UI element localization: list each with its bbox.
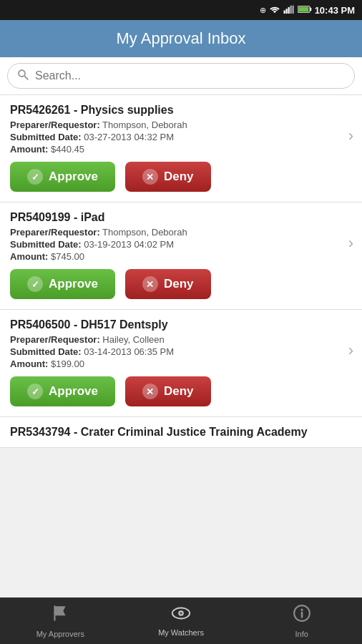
approve-icon-1 — [27, 276, 43, 292]
status-icons: ⊕ 10:43 PM — [260, 5, 355, 16]
svg-rect-1 — [285, 9, 287, 14]
approval-item-1: PR5409199 - iPad Preparer/Requestor: Tho… — [0, 203, 362, 310]
info-icon — [293, 604, 311, 627]
search-input[interactable] — [35, 69, 346, 82]
approval-list: PR5426261 - Physics supplies Preparer/Re… — [0, 95, 362, 600]
preparer-label-0: Preparer/Requestor: — [10, 119, 100, 130]
flag-icon — [51, 604, 69, 627]
deny-icon-0 — [142, 169, 158, 185]
approve-button-0[interactable]: Approve — [10, 162, 115, 192]
svg-rect-3 — [290, 6, 291, 14]
approve-label-2: Approve — [49, 384, 98, 399]
svg-rect-2 — [288, 7, 289, 14]
approve-button-1[interactable]: Approve — [10, 269, 115, 299]
item-0-amount: Amount: $440.45 — [10, 144, 352, 155]
svg-point-12 — [180, 612, 182, 615]
nav-my-approvers[interactable]: My Approvers — [0, 597, 121, 644]
approve-button-2[interactable]: Approve — [10, 376, 115, 406]
deny-button-0[interactable]: Deny — [125, 162, 211, 192]
search-container — [0, 57, 362, 95]
page-title: My Approval Inbox — [117, 29, 246, 48]
deny-icon-2 — [142, 384, 158, 399]
item-1-amount: Amount: $745.00 — [10, 251, 352, 262]
svg-rect-6 — [310, 8, 311, 11]
status-time: 10:43 PM — [315, 5, 355, 16]
item-2-actions: Approve Deny — [10, 376, 352, 406]
approval-item-3: PR5343794 - Crater Criminal Justice Trai… — [0, 417, 362, 448]
item-2-date: Submitted Date: 03-14-2013 06:35 PM — [10, 346, 352, 357]
preparer-label-1: Preparer/Requestor: — [10, 227, 100, 238]
search-wrapper[interactable] — [7, 63, 355, 89]
status-bar: ⊕ 10:43 PM — [0, 0, 362, 20]
submitted-label-2: Submitted Date: — [10, 346, 82, 357]
item-0-preparer: Preparer/Requestor: Thompson, Deborah — [10, 119, 352, 130]
battery-icon — [298, 5, 312, 15]
svg-rect-7 — [298, 7, 308, 11]
eye-icon — [171, 605, 191, 625]
nav-approvers-label: My Approvers — [36, 630, 84, 638]
gps-icon: ⊕ — [260, 6, 266, 15]
item-2-preparer: Preparer/Requestor: Hailey, Colleen — [10, 334, 352, 345]
wifi-icon — [269, 5, 280, 15]
approval-item-2: PR5406500 - DH517 Dentsply Preparer/Requ… — [0, 310, 362, 417]
nav-watchers-label: My Watchers — [158, 628, 204, 637]
chevron-icon-2[interactable]: › — [348, 341, 353, 360]
nav-info-label: Info — [295, 630, 308, 638]
approve-icon-0 — [27, 169, 43, 185]
svg-line-9 — [24, 76, 28, 79]
bottom-nav: My Approvers My Watchers Info — [0, 597, 362, 644]
deny-button-2[interactable]: Deny — [125, 376, 211, 406]
amount-label-2: Amount: — [10, 358, 48, 369]
submitted-label-1: Submitted Date: — [10, 239, 82, 250]
item-1-actions: Approve Deny — [10, 269, 352, 299]
approve-label-0: Approve — [49, 170, 98, 184]
submitted-label-0: Submitted Date: — [10, 132, 82, 142]
svg-rect-0 — [283, 11, 285, 14]
nav-my-watchers[interactable]: My Watchers — [121, 597, 242, 644]
deny-label-0: Deny — [164, 170, 194, 184]
approve-label-1: Approve — [49, 277, 98, 291]
approval-item-0: PR5426261 - Physics supplies Preparer/Re… — [0, 95, 362, 203]
amount-label-1: Amount: — [10, 251, 48, 262]
amount-label-0: Amount: — [10, 144, 48, 155]
preparer-label-2: Preparer/Requestor: — [10, 334, 100, 345]
deny-button-1[interactable]: Deny — [125, 269, 211, 299]
item-2-amount: Amount: $199.00 — [10, 358, 352, 369]
approve-icon-2 — [27, 384, 43, 399]
chevron-icon-1[interactable]: › — [348, 234, 353, 253]
item-0-title: PR5426261 - Physics supplies — [10, 104, 352, 117]
item-2-title: PR5406500 - DH517 Dentsply — [10, 318, 352, 331]
item-0-date: Submitted Date: 03-27-2013 04:32 PM — [10, 132, 352, 142]
nav-info[interactable]: Info — [241, 597, 362, 644]
signal-icon — [283, 5, 295, 15]
deny-label-2: Deny — [164, 384, 194, 399]
item-0-actions: Approve Deny — [10, 162, 352, 192]
item-1-preparer: Preparer/Requestor: Thompson, Deborah — [10, 227, 352, 238]
item-3-title: PR5343794 - Crater Criminal Justice Trai… — [10, 426, 352, 439]
svg-rect-4 — [292, 6, 293, 14]
deny-icon-1 — [142, 276, 158, 292]
item-1-title: PR5409199 - iPad — [10, 211, 352, 224]
item-1-date: Submitted Date: 03-19-2013 04:02 PM — [10, 239, 352, 250]
app-header: My Approval Inbox — [0, 20, 362, 57]
search-icon — [16, 68, 29, 84]
svg-point-15 — [300, 608, 303, 610]
chevron-icon-0[interactable]: › — [348, 127, 353, 145]
deny-label-1: Deny — [164, 277, 194, 291]
